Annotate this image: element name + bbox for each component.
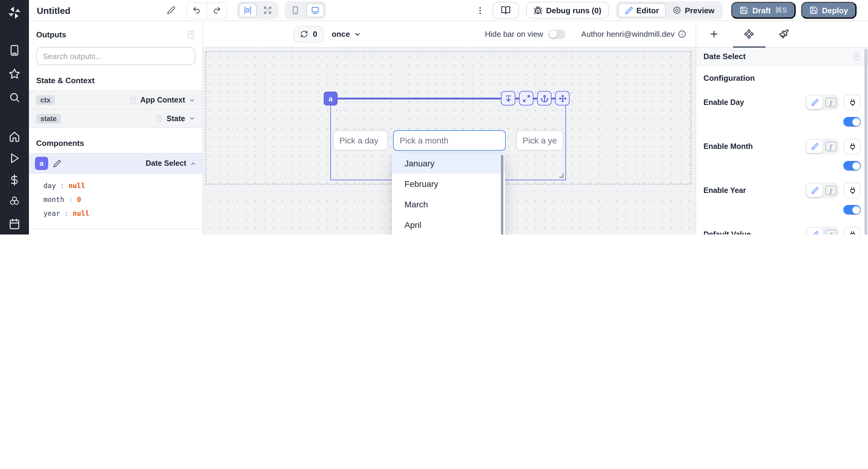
runs-play-icon[interactable]	[9, 153, 20, 164]
bug-icon	[533, 6, 542, 15]
tab-editor[interactable]: Editor	[618, 3, 666, 18]
function-mode-button[interactable]: f	[825, 142, 837, 151]
full-width-layout-button[interactable]	[258, 3, 277, 18]
desktop-view-button[interactable]	[306, 3, 324, 18]
windmill-logo-icon[interactable]	[7, 5, 22, 20]
chevron-down-icon	[189, 97, 195, 103]
anchor-handle[interactable]	[537, 91, 552, 105]
state-badge: state	[36, 114, 61, 123]
day-input[interactable]	[333, 130, 388, 151]
mobile-view-button[interactable]	[286, 3, 304, 18]
deploy-button[interactable]: Deploy	[801, 2, 857, 19]
favorites-star-icon[interactable]	[9, 68, 20, 80]
home-icon[interactable]	[9, 131, 20, 142]
fullscreen-handle[interactable]	[519, 91, 533, 105]
hide-bar-label: Hide bar on view	[485, 30, 544, 39]
search-icon[interactable]	[9, 92, 20, 103]
undo-button[interactable]	[187, 3, 207, 18]
editor-label: Editor	[636, 6, 659, 15]
enable-month-label: Enable Month	[704, 142, 753, 151]
tab-theme-brush-icon[interactable]	[779, 29, 789, 39]
connect-plug-button[interactable]	[844, 183, 861, 198]
component-id-badge: a	[35, 157, 48, 170]
enable-year-label: Enable Year	[704, 186, 746, 195]
component-row-date-select[interactable]: a Date Select	[29, 153, 203, 174]
prop-day[interactable]: day : null	[36, 179, 195, 192]
ctx-row[interactable]: ctx App Context	[29, 90, 203, 109]
save-icon	[740, 6, 748, 14]
resources-hexagons-icon[interactable]	[9, 196, 20, 207]
docs-book-button[interactable]	[493, 2, 519, 19]
rename-pencil-icon[interactable]	[53, 159, 61, 167]
left-nav-rail	[0, 0, 29, 234]
year-input[interactable]	[516, 130, 564, 151]
function-mode-button[interactable]: f	[825, 98, 837, 107]
refresh-count-button[interactable]: 0	[293, 26, 324, 42]
month-option[interactable]: March	[392, 194, 505, 215]
state-row[interactable]: state State	[29, 109, 203, 128]
variables-dollar-icon[interactable]	[9, 174, 20, 186]
workspace-building-icon[interactable]	[9, 44, 20, 56]
static-pencil-button[interactable]	[807, 140, 823, 153]
settings-tabs	[696, 21, 868, 48]
connect-plug-button[interactable]	[844, 95, 861, 110]
static-pencil-button[interactable]	[807, 96, 823, 109]
dropdown-scrollbar[interactable]	[501, 155, 503, 234]
debug-runs-button[interactable]: Debug runs (0)	[526, 2, 609, 19]
layout-toggle-group	[237, 1, 278, 19]
resize-handle[interactable]	[559, 174, 564, 178]
device-toggle-group	[284, 1, 326, 19]
app-canvas[interactable]: a	[203, 48, 695, 234]
centered-layout-button[interactable]	[239, 3, 257, 18]
redo-button[interactable]	[207, 3, 227, 18]
tab-preview[interactable]: Preview	[666, 6, 721, 15]
component-type-label: Date Select	[146, 159, 186, 167]
draft-label: Draft	[752, 6, 771, 15]
settings-scrollbar-thumb[interactable]	[864, 49, 867, 234]
function-mode-button[interactable]: f	[825, 186, 837, 195]
value-mode-segmented: f	[805, 95, 839, 110]
move-handle[interactable]	[555, 91, 569, 105]
chevron-down-icon	[353, 30, 361, 38]
edit-title-pencil-icon[interactable]	[167, 6, 176, 14]
static-pencil-button[interactable]	[807, 228, 823, 234]
save-draft-button[interactable]: Draft ⌘S	[732, 2, 796, 19]
components-title: Components	[36, 139, 195, 148]
chevron-down-icon	[189, 115, 195, 122]
panel-doc-icon[interactable]	[186, 30, 195, 39]
tab-component-settings-icon[interactable]	[744, 29, 754, 39]
month-input[interactable]	[393, 130, 506, 151]
prop-colon: :	[68, 195, 73, 204]
active-tab-underline	[733, 46, 766, 48]
tab-add-component-plus-icon[interactable]	[709, 29, 719, 39]
month-dropdown: January February March April May June Ju…	[392, 153, 505, 234]
connect-plug-button[interactable]	[844, 139, 861, 154]
prop-month[interactable]: month : 0	[36, 192, 195, 206]
preview-label: Preview	[685, 6, 714, 15]
month-option[interactable]: April	[392, 215, 505, 234]
value-mode-segmented: f	[805, 227, 839, 234]
divider	[29, 228, 203, 229]
setting-enable-year: Enable Year f	[704, 183, 861, 215]
info-icon[interactable]	[678, 30, 686, 38]
enable-month-toggle[interactable]	[843, 161, 861, 170]
search-outputs-input[interactable]	[36, 47, 195, 65]
hide-bar-toggle[interactable]	[548, 29, 565, 39]
value-mode-segmented: f	[805, 139, 839, 154]
refresh-mode-dropdown[interactable]: once	[332, 30, 361, 39]
month-option[interactable]: February	[392, 174, 505, 194]
enable-day-toggle[interactable]	[843, 117, 861, 127]
connect-plug-button[interactable]	[844, 227, 861, 234]
more-options-kebab-icon[interactable]	[475, 6, 485, 15]
enable-year-toggle[interactable]	[843, 205, 861, 215]
app-title: Untitled	[37, 5, 70, 15]
expand-down-handle[interactable]	[501, 91, 516, 105]
month-option[interactable]: January	[392, 153, 505, 174]
prop-year[interactable]: year : null	[36, 206, 195, 220]
schedules-calendar-icon[interactable]	[9, 218, 20, 230]
settings-component-title: Date Select	[704, 52, 746, 61]
function-mode-button[interactable]: f	[825, 230, 837, 234]
static-pencil-button[interactable]	[807, 184, 823, 197]
configuration-title: Configuration	[704, 73, 861, 83]
panel-doc-icon[interactable]	[852, 52, 861, 61]
